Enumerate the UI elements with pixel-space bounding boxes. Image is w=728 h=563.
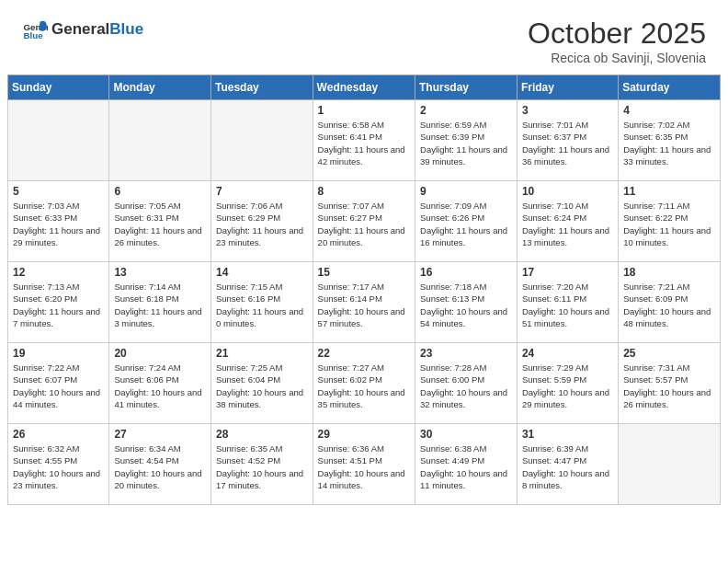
day-info: Sunrise: 6:32 AM Sunset: 4:55 PM Dayligh…: [13, 442, 104, 491]
day-info: Sunrise: 6:34 AM Sunset: 4:54 PM Dayligh…: [114, 442, 206, 491]
weekday-header-sunday: Sunday: [8, 75, 109, 100]
calendar-cell: 24Sunrise: 7:29 AM Sunset: 5:59 PM Dayli…: [517, 343, 618, 424]
calendar-cell: 17Sunrise: 7:20 AM Sunset: 6:11 PM Dayli…: [517, 262, 618, 343]
calendar-cell: 6Sunrise: 7:05 AM Sunset: 6:31 PM Daylig…: [109, 181, 211, 262]
calendar-cell: 22Sunrise: 7:27 AM Sunset: 6:02 PM Dayli…: [313, 343, 415, 424]
day-number: 19: [13, 347, 104, 360]
calendar-cell: 31Sunrise: 6:39 AM Sunset: 4:47 PM Dayli…: [517, 424, 618, 505]
calendar-cell: 12Sunrise: 7:13 AM Sunset: 6:20 PM Dayli…: [8, 262, 109, 343]
day-number: 13: [114, 266, 206, 279]
calendar-week-row: 12Sunrise: 7:13 AM Sunset: 6:20 PM Dayli…: [8, 262, 721, 343]
day-number: 10: [522, 185, 613, 198]
day-info: Sunrise: 6:59 AM Sunset: 6:39 PM Dayligh…: [420, 119, 512, 167]
day-number: 12: [13, 266, 104, 279]
day-info: Sunrise: 7:21 AM Sunset: 6:09 PM Dayligh…: [623, 281, 715, 329]
day-number: 8: [318, 185, 410, 198]
day-number: 18: [623, 266, 715, 279]
weekday-header-thursday: Thursday: [415, 75, 518, 100]
calendar-cell: [210, 100, 313, 181]
day-number: 7: [216, 185, 308, 198]
calendar-cell: 27Sunrise: 6:34 AM Sunset: 4:54 PM Dayli…: [109, 424, 211, 505]
calendar-cell: 9Sunrise: 7:09 AM Sunset: 6:26 PM Daylig…: [415, 181, 518, 262]
day-number: 25: [623, 347, 715, 360]
day-info: Sunrise: 7:29 AM Sunset: 5:59 PM Dayligh…: [522, 362, 613, 410]
calendar-week-row: 1Sunrise: 6:58 AM Sunset: 6:41 PM Daylig…: [8, 100, 721, 181]
weekday-header-row: SundayMondayTuesdayWednesdayThursdayFrid…: [8, 75, 721, 100]
weekday-header-tuesday: Tuesday: [210, 75, 313, 100]
calendar-cell: 13Sunrise: 7:14 AM Sunset: 6:18 PM Dayli…: [109, 262, 211, 343]
day-info: Sunrise: 6:58 AM Sunset: 6:41 PM Dayligh…: [318, 119, 410, 167]
calendar-cell: 3Sunrise: 7:01 AM Sunset: 6:37 PM Daylig…: [517, 100, 618, 181]
day-number: 22: [318, 347, 410, 360]
logo: General Blue GeneralBlue: [22, 17, 143, 42]
day-number: 21: [216, 347, 308, 360]
day-number: 14: [216, 266, 308, 279]
day-number: 9: [420, 185, 512, 198]
day-number: 1: [318, 104, 410, 117]
day-info: Sunrise: 7:10 AM Sunset: 6:24 PM Dayligh…: [522, 200, 613, 248]
page-header: General Blue GeneralBlue October 2025 Re…: [0, 0, 728, 75]
day-info: Sunrise: 7:28 AM Sunset: 6:00 PM Dayligh…: [420, 362, 512, 410]
calendar-cell: 8Sunrise: 7:07 AM Sunset: 6:27 PM Daylig…: [313, 181, 415, 262]
day-info: Sunrise: 7:01 AM Sunset: 6:37 PM Dayligh…: [522, 119, 613, 167]
day-number: 31: [522, 428, 613, 441]
day-number: 4: [623, 104, 715, 117]
calendar-title: October 2025: [528, 17, 706, 51]
day-info: Sunrise: 7:05 AM Sunset: 6:31 PM Dayligh…: [114, 200, 206, 248]
calendar-cell: 29Sunrise: 6:36 AM Sunset: 4:51 PM Dayli…: [313, 424, 415, 505]
day-info: Sunrise: 7:24 AM Sunset: 6:06 PM Dayligh…: [114, 362, 206, 410]
day-info: Sunrise: 7:15 AM Sunset: 6:16 PM Dayligh…: [216, 281, 308, 329]
day-info: Sunrise: 7:18 AM Sunset: 6:13 PM Dayligh…: [420, 281, 512, 329]
day-info: Sunrise: 7:11 AM Sunset: 6:22 PM Dayligh…: [623, 200, 715, 248]
day-number: 28: [216, 428, 308, 441]
day-info: Sunrise: 7:09 AM Sunset: 6:26 PM Dayligh…: [420, 200, 512, 248]
day-number: 23: [420, 347, 512, 360]
day-info: Sunrise: 7:06 AM Sunset: 6:29 PM Dayligh…: [216, 200, 308, 248]
calendar-cell: [109, 100, 211, 181]
calendar-cell: 5Sunrise: 7:03 AM Sunset: 6:33 PM Daylig…: [8, 181, 109, 262]
day-number: 11: [623, 185, 715, 198]
calendar-cell: 20Sunrise: 7:24 AM Sunset: 6:06 PM Dayli…: [109, 343, 211, 424]
day-info: Sunrise: 7:13 AM Sunset: 6:20 PM Dayligh…: [13, 281, 104, 329]
day-info: Sunrise: 7:22 AM Sunset: 6:07 PM Dayligh…: [13, 362, 104, 410]
calendar-cell: 10Sunrise: 7:10 AM Sunset: 6:24 PM Dayli…: [517, 181, 618, 262]
calendar-week-row: 26Sunrise: 6:32 AM Sunset: 4:55 PM Dayli…: [8, 424, 721, 505]
logo-general-text: GeneralBlue: [51, 21, 143, 39]
weekday-header-wednesday: Wednesday: [313, 75, 415, 100]
day-number: 15: [318, 266, 410, 279]
day-info: Sunrise: 7:27 AM Sunset: 6:02 PM Dayligh…: [318, 362, 410, 410]
day-info: Sunrise: 7:25 AM Sunset: 6:04 PM Dayligh…: [216, 362, 308, 410]
calendar-cell: 16Sunrise: 7:18 AM Sunset: 6:13 PM Dayli…: [415, 262, 518, 343]
calendar-cell: [8, 100, 109, 181]
day-number: 27: [114, 428, 206, 441]
day-number: 20: [114, 347, 206, 360]
day-info: Sunrise: 7:20 AM Sunset: 6:11 PM Dayligh…: [522, 281, 613, 329]
calendar-cell: 30Sunrise: 6:38 AM Sunset: 4:49 PM Dayli…: [415, 424, 518, 505]
weekday-header-monday: Monday: [109, 75, 211, 100]
day-number: 26: [13, 428, 104, 441]
calendar-cell: 23Sunrise: 7:28 AM Sunset: 6:00 PM Dayli…: [415, 343, 518, 424]
day-number: 29: [318, 428, 410, 441]
calendar-week-row: 19Sunrise: 7:22 AM Sunset: 6:07 PM Dayli…: [8, 343, 721, 424]
day-number: 24: [522, 347, 613, 360]
calendar-cell: 14Sunrise: 7:15 AM Sunset: 6:16 PM Dayli…: [210, 262, 313, 343]
day-info: Sunrise: 7:17 AM Sunset: 6:14 PM Dayligh…: [318, 281, 410, 329]
calendar-cell: 19Sunrise: 7:22 AM Sunset: 6:07 PM Dayli…: [8, 343, 109, 424]
day-info: Sunrise: 6:39 AM Sunset: 4:47 PM Dayligh…: [522, 442, 613, 491]
day-info: Sunrise: 7:03 AM Sunset: 6:33 PM Dayligh…: [13, 200, 104, 248]
calendar-cell: 1Sunrise: 6:58 AM Sunset: 6:41 PM Daylig…: [313, 100, 415, 181]
title-block: October 2025 Recica ob Savinji, Slovenia: [528, 17, 706, 65]
day-number: 3: [522, 104, 613, 117]
calendar-cell: [619, 424, 721, 505]
calendar-table: SundayMondayTuesdayWednesdayThursdayFrid…: [7, 75, 721, 505]
calendar-cell: 26Sunrise: 6:32 AM Sunset: 4:55 PM Dayli…: [8, 424, 109, 505]
calendar-cell: 28Sunrise: 6:35 AM Sunset: 4:52 PM Dayli…: [210, 424, 313, 505]
day-info: Sunrise: 6:36 AM Sunset: 4:51 PM Dayligh…: [318, 442, 410, 491]
day-number: 6: [114, 185, 206, 198]
calendar-cell: 25Sunrise: 7:31 AM Sunset: 5:57 PM Dayli…: [619, 343, 721, 424]
calendar-cell: 15Sunrise: 7:17 AM Sunset: 6:14 PM Dayli…: [313, 262, 415, 343]
calendar-wrap: SundayMondayTuesdayWednesdayThursdayFrid…: [0, 75, 728, 512]
day-number: 2: [420, 104, 512, 117]
day-info: Sunrise: 7:02 AM Sunset: 6:35 PM Dayligh…: [623, 119, 715, 167]
day-info: Sunrise: 7:07 AM Sunset: 6:27 PM Dayligh…: [318, 200, 410, 248]
